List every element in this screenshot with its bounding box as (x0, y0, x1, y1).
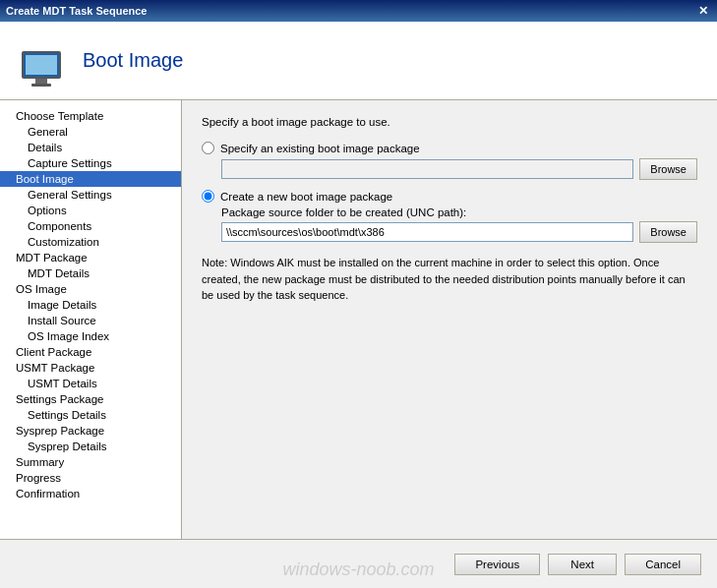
page-title: Boot Image (83, 49, 183, 72)
sidebar-item-mdt-details[interactable]: MDT Details (0, 265, 181, 281)
sidebar-item-os-image[interactable]: OS Image (0, 281, 181, 297)
monitor-icon (22, 51, 61, 79)
sidebar-item-general[interactable]: General (0, 124, 181, 140)
radio-row-existing: Specify an existing boot image package (202, 142, 697, 154)
sidebar-item-details[interactable]: Details (0, 140, 181, 155)
sidebar-item-mdt-package[interactable]: MDT Package (0, 250, 181, 265)
sidebar-item-sysprep-package[interactable]: Sysprep Package (0, 423, 181, 439)
monitor-stand (35, 79, 47, 84)
note-text: Note: Windows AIK must be installed on t… (202, 255, 697, 304)
radio-group-existing: Specify an existing boot image package B… (202, 142, 697, 180)
browse-existing-button[interactable]: Browse (639, 158, 697, 180)
sidebar-item-options[interactable]: Options (0, 203, 181, 218)
sidebar-item-customization[interactable]: Customization (0, 234, 181, 250)
package-source-label: Package source folder to be created (UNC… (221, 206, 697, 218)
content-description: Specify a boot image package to use. (202, 116, 697, 128)
radio-new[interactable] (202, 190, 214, 203)
radio-group-new: Create a new boot image package Package … (202, 190, 697, 243)
monitor-screen (26, 55, 57, 75)
sidebar-item-install-source[interactable]: Install Source (0, 313, 181, 328)
sidebar-item-settings-details[interactable]: Settings Details (0, 407, 181, 423)
sidebar-item-components[interactable]: Components (0, 218, 181, 234)
radio-existing-label: Specify an existing boot image package (220, 143, 420, 154)
sidebar-item-summary[interactable]: Summary (0, 454, 181, 470)
existing-package-input[interactable] (221, 159, 633, 179)
monitor-base (31, 84, 51, 87)
sidebar-item-image-details[interactable]: Image Details (0, 297, 181, 313)
title-bar: Create MDT Task Sequence ✕ (0, 0, 717, 22)
main-layout: Choose Template General Details Capture … (0, 100, 717, 539)
sidebar-item-settings-package[interactable]: Settings Package (0, 391, 181, 407)
sidebar-item-boot-image[interactable]: Boot Image (0, 171, 181, 187)
footer: Previous Next Cancel (0, 539, 717, 588)
header: Boot Image (0, 22, 717, 100)
title-bar-title: Create MDT Task Sequence (6, 5, 147, 17)
sidebar-item-sysprep-details[interactable]: Sysprep Details (0, 439, 181, 454)
sidebar-item-confirmation[interactable]: Confirmation (0, 486, 181, 501)
close-button[interactable]: ✕ (695, 3, 711, 19)
sidebar-item-usmt-details[interactable]: USMT Details (0, 376, 181, 391)
sidebar-item-choose-template[interactable]: Choose Template (0, 108, 181, 124)
sidebar-item-progress[interactable]: Progress (0, 470, 181, 486)
next-button[interactable]: Next (548, 554, 617, 575)
sidebar-item-usmt-package[interactable]: USMT Package (0, 360, 181, 376)
radio-row-new: Create a new boot image package (202, 190, 697, 203)
browse-new-button[interactable]: Browse (639, 221, 697, 243)
sidebar-item-capture-settings[interactable]: Capture Settings (0, 155, 181, 171)
header-icon (16, 35, 67, 87)
radio-new-label: Create a new boot image package (220, 191, 392, 203)
sidebar-item-client-package[interactable]: Client Package (0, 344, 181, 360)
new-package-input-row: Browse (221, 221, 697, 243)
package-source-input[interactable] (221, 222, 633, 242)
cancel-button[interactable]: Cancel (625, 554, 701, 575)
sidebar-item-general-settings[interactable]: General Settings (0, 187, 181, 203)
sidebar: Choose Template General Details Capture … (0, 100, 182, 539)
title-bar-text: Create MDT Task Sequence (6, 5, 147, 17)
radio-existing[interactable] (202, 142, 214, 154)
existing-input-row: Browse (221, 158, 697, 180)
content-area: Specify a boot image package to use. Spe… (182, 100, 717, 539)
previous-button[interactable]: Previous (454, 554, 540, 575)
sidebar-item-os-image-index[interactable]: OS Image Index (0, 328, 181, 344)
